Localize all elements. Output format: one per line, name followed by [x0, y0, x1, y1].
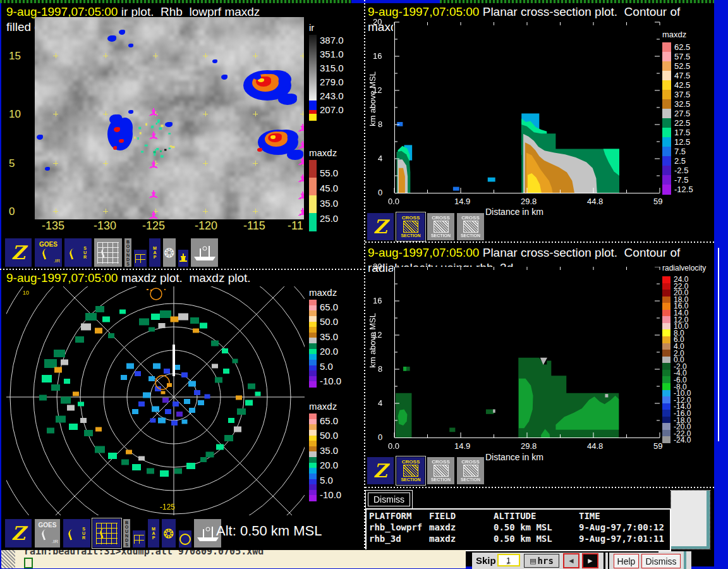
x-axis-label: Distance in km	[485, 452, 543, 462]
colorbar-segment	[309, 495, 317, 501]
ship-track[interactable]	[190, 238, 219, 267]
panel-satellite: 9-aug-1997,07:05:00 ir plot. Rhb_lowprf …	[1, 3, 364, 269]
colorbar-segment	[662, 383, 670, 390]
colorbar-segment	[662, 403, 670, 410]
colorbar-label: 47.5	[674, 71, 690, 80]
colorbar-segment	[309, 213, 317, 231]
cube-icon	[463, 465, 478, 477]
colorbar-label: 279.0	[320, 76, 344, 87]
step-forward-button[interactable]: ►	[582, 553, 598, 568]
buoy-icon	[178, 254, 188, 264]
zeb-display: 9-aug-1997,07:05:00 ir plot. Rhb_lowprf …	[0, 0, 728, 569]
bounds[interactable]: B O U N D S	[123, 518, 131, 548]
colorbar-label: 35.0	[320, 198, 338, 209]
overlay-dismiss-button[interactable]: Dismiss	[368, 493, 410, 506]
buoy-overlay[interactable]	[178, 249, 189, 267]
blank-widget-window[interactable]	[671, 491, 710, 549]
cross-section-plot[interactable]	[393, 18, 661, 194]
tick-label: 20	[373, 17, 382, 27]
colorbar-label: 7.5	[674, 147, 686, 156]
zeb-logo[interactable]: Z	[4, 238, 32, 267]
cross-section-plot[interactable]	[393, 267, 661, 439]
panel-divider	[365, 242, 714, 243]
cross-section-1[interactable]: CROSSSECTION	[396, 212, 425, 241]
map-overlay[interactable]: M A P	[147, 518, 160, 548]
radar-grid[interactable]	[94, 238, 123, 267]
range-rings-icon: ❂	[164, 527, 174, 540]
step-back-button[interactable]: ◄	[563, 553, 579, 568]
zeb-logo[interactable]: Z	[367, 456, 394, 485]
colorbar-segment	[662, 350, 670, 357]
satellite-image[interactable]	[35, 17, 304, 219]
colorbar-segment	[662, 71, 671, 81]
terminal-window[interactable]: rain:beaufait:31>xdump.all 970809.0705.x…	[1, 549, 466, 568]
tick-label: 5	[9, 157, 15, 170]
colorbar-segment	[309, 381, 317, 387]
colorbar-label: 65.0	[320, 302, 338, 312]
hours-step-button[interactable]: ▤hrs	[524, 554, 559, 568]
cross-section-2[interactable]: CROSSSECTION	[427, 456, 455, 485]
right-background	[714, 0, 728, 569]
cross-section-1[interactable]: CROSSSECTION	[396, 456, 425, 485]
ship-icon	[192, 243, 217, 262]
radar-ppi-display[interactable]	[6, 286, 305, 515]
goes-ir[interactable]: GOES.IR	[34, 238, 63, 267]
cross-section-3[interactable]: CROSSSECTION	[456, 212, 485, 241]
section-label: SECTION	[431, 477, 451, 482]
zeb-logo[interactable]: Z	[4, 518, 32, 548]
cross-label: CROSS	[461, 216, 479, 220]
colorbar-label: 351.0	[320, 49, 344, 59]
colorbar-label: 55.0	[320, 168, 338, 178]
goes-ir[interactable]: GOES.IR	[34, 518, 61, 548]
colorbar-segment	[662, 423, 670, 430]
spinner-caret-icon[interactable]: ^	[507, 561, 509, 567]
tick-label: 29.8	[521, 197, 537, 206]
section-label: SECTION	[401, 233, 420, 238]
hrs-label: hrs	[538, 556, 554, 566]
zeb-logo[interactable]: Z	[367, 212, 394, 241]
tick-label: 16	[373, 51, 382, 61]
skip-value-input[interactable]: 1 ^	[497, 554, 520, 566]
tick-label: -11	[288, 219, 303, 233]
tick-label: 14.9	[454, 441, 470, 451]
table-cell: 0.50 km MSL	[494, 534, 552, 544]
radar-grid[interactable]	[92, 518, 121, 548]
table-cell: PLATFORM	[369, 511, 411, 521]
calendar-icon: ▤	[530, 557, 536, 565]
colorbar-segment	[662, 290, 670, 297]
grid-overlay[interactable]	[133, 249, 147, 267]
colorbar-label: 65.0	[320, 415, 338, 426]
radar-surveillance[interactable]: S U R	[64, 238, 92, 267]
colorbar-label: 50.0	[320, 316, 338, 327]
colorbar-segment	[662, 376, 670, 383]
cross-section-2[interactable]: CROSSSECTION	[427, 212, 455, 241]
dismiss-button[interactable]: Dismiss	[641, 554, 681, 568]
dish-curve	[68, 246, 83, 260]
range-rings[interactable]: ❂	[161, 518, 176, 548]
scroll-indicator[interactable]	[718, 248, 719, 441]
tick-label: -130	[94, 219, 116, 233]
zeb-z-glyph: Z	[373, 460, 387, 482]
grid-icon	[134, 535, 144, 544]
cube-icon	[403, 465, 418, 477]
map-overlay[interactable]: M A P	[149, 238, 161, 267]
colorbar-segment	[309, 101, 317, 110]
title-timestamp: 9-aug-1997,07:05:00	[368, 246, 479, 259]
help-button[interactable]: Help	[614, 554, 639, 568]
grid-icon	[135, 254, 145, 263]
terminal-resize-grip[interactable]	[1, 550, 15, 568]
bounds[interactable]: B O U N D S	[124, 238, 132, 267]
section-label: SECTION	[461, 477, 480, 482]
separator	[608, 553, 609, 569]
bounds-label: B O U N D S	[126, 240, 130, 266]
grid-overlay[interactable]	[132, 530, 146, 548]
panel-title: 9-aug-1997,07:05:00 Planar cross-section…	[368, 5, 680, 19]
zeb-z-glyph: Z	[11, 242, 25, 264]
range-rings[interactable]: ❂	[162, 238, 176, 267]
colorbar-label: 207.0	[320, 104, 344, 115]
cross-section-3[interactable]: CROSSSECTION	[456, 456, 485, 485]
circle-overlay[interactable]	[178, 530, 192, 548]
radar-surveillance[interactable]: S U R	[63, 518, 91, 548]
tick-label: 8	[378, 119, 382, 129]
colorbar-label: 45.0	[320, 183, 338, 193]
